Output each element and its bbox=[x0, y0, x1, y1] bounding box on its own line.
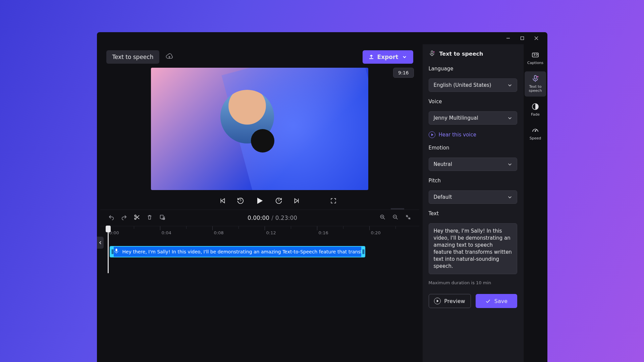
emotion-value: Neutral bbox=[434, 161, 452, 167]
export-button[interactable]: Export bbox=[363, 50, 413, 64]
save-button[interactable]: Save bbox=[476, 294, 517, 308]
rail-captions[interactable]: Captions bbox=[525, 48, 546, 69]
voice-value: Jenny Multilingual bbox=[434, 115, 478, 121]
rail-speed[interactable]: Speed bbox=[525, 123, 546, 144]
export-button-label: Export bbox=[377, 54, 398, 60]
redo-button[interactable] bbox=[121, 214, 127, 222]
pitch-value: Default bbox=[434, 194, 452, 200]
clip-handle-left[interactable] bbox=[110, 247, 114, 257]
voice-label: Voice bbox=[429, 99, 517, 105]
svg-point-1 bbox=[135, 215, 136, 217]
delete-button[interactable] bbox=[147, 214, 153, 222]
editor-toolbar: Text to speech Export bbox=[100, 44, 419, 68]
project-title-chip[interactable]: Text to speech bbox=[106, 50, 160, 64]
time-display: 0.00:00/0.23:00 bbox=[172, 215, 373, 221]
ruler-tick: 0:12 bbox=[265, 226, 276, 230]
ruler-tick: 0:16 bbox=[317, 226, 328, 230]
cloud-sync-icon[interactable] bbox=[165, 52, 173, 62]
play-circle-icon bbox=[429, 131, 435, 138]
hear-voice-button[interactable]: Hear this voice bbox=[429, 131, 517, 138]
fit-timeline-button[interactable] bbox=[405, 214, 411, 222]
language-label: Language bbox=[429, 66, 517, 72]
zoom-in-button[interactable] bbox=[380, 214, 386, 222]
undo-button[interactable] bbox=[108, 214, 114, 222]
chevron-down-icon bbox=[507, 116, 512, 120]
aspect-ratio-badge[interactable]: 9:16 bbox=[393, 68, 414, 78]
language-value: English (United States) bbox=[434, 82, 491, 88]
ruler-minor-tick bbox=[238, 226, 239, 229]
ruler-tick: 0:20 bbox=[369, 226, 381, 230]
rail-text-to-speech[interactable]: Text to speech bbox=[525, 71, 546, 97]
app-window: Text to speech Export 9:16 bbox=[97, 32, 547, 362]
text-input[interactable]: Hey there, I'm Sally! In this video, I'l… bbox=[429, 223, 517, 274]
svg-rect-8 bbox=[431, 51, 433, 54]
svg-rect-10 bbox=[534, 75, 536, 79]
chevron-down-icon bbox=[507, 83, 512, 87]
tts-clip[interactable]: Hey there, I'm Sally! In this video, I'l… bbox=[110, 246, 365, 257]
properties-panel: Text to speech Language English (United … bbox=[423, 44, 523, 362]
rail-fade-label: Fade bbox=[531, 113, 540, 117]
rail-tts-label: Text to speech bbox=[525, 85, 545, 93]
window-maximize-button[interactable] bbox=[519, 35, 525, 41]
split-button[interactable] bbox=[134, 214, 140, 222]
microphone-icon bbox=[429, 50, 435, 57]
voice-select[interactable]: Jenny Multilingual bbox=[429, 111, 517, 125]
expand-left-panel-button[interactable] bbox=[97, 237, 104, 249]
svg-point-12 bbox=[535, 130, 536, 131]
chevron-down-icon bbox=[507, 162, 512, 167]
window-close-button[interactable] bbox=[533, 35, 539, 41]
time-ruler[interactable]: 0:00 0:04 0:08 0:12 0:16 0:20 bbox=[100, 226, 419, 236]
ruler-minor-tick bbox=[186, 226, 186, 229]
editor-area: Text to speech Export 9:16 bbox=[97, 44, 423, 362]
rail-speed-label: Speed bbox=[530, 136, 541, 141]
preview-wrap: 9:16 bbox=[100, 68, 419, 190]
clip-text: Hey there, I'm Sally! In this video, I'l… bbox=[122, 249, 361, 254]
skip-end-button[interactable] bbox=[293, 197, 301, 206]
timeline: 0.00:00/0.23:00 0:00 0:04 0:08 0:12 0:16 bbox=[100, 209, 419, 273]
svg-rect-3 bbox=[160, 215, 163, 219]
main-row: Text to speech Export 9:16 bbox=[97, 44, 547, 362]
microphone-icon bbox=[114, 248, 119, 255]
preview-button[interactable]: Preview bbox=[429, 294, 471, 308]
emotion-label: Emotion bbox=[429, 145, 517, 151]
pitch-select[interactable]: Default bbox=[429, 190, 517, 204]
tool-rail: Captions Text to speech Fade Speed bbox=[523, 44, 547, 362]
play-button[interactable] bbox=[255, 196, 264, 207]
window-titlebar bbox=[97, 32, 547, 44]
ruler-tick: 0:04 bbox=[160, 226, 171, 230]
fullscreen-button[interactable] bbox=[330, 197, 337, 205]
window-minimize-button[interactable] bbox=[505, 35, 511, 41]
toolbar-left-group: Text to speech bbox=[106, 50, 174, 64]
save-button-label: Save bbox=[494, 298, 507, 304]
svg-rect-7 bbox=[116, 249, 117, 251]
emotion-select[interactable]: Neutral bbox=[429, 158, 517, 171]
jump-back-button[interactable]: 5 bbox=[237, 197, 244, 206]
ruler-minor-tick bbox=[395, 226, 396, 229]
duplicate-button[interactable] bbox=[159, 214, 165, 222]
panel-buttons: Preview Save bbox=[429, 294, 517, 308]
ruler-minor-tick bbox=[291, 226, 291, 229]
jump-fwd-seconds: 5 bbox=[275, 198, 282, 202]
chevron-down-icon bbox=[507, 195, 512, 199]
ruler-minor-tick bbox=[134, 226, 134, 229]
play-circle-icon bbox=[434, 298, 441, 304]
panel-header: Text to speech bbox=[429, 50, 517, 57]
zoom-out-button[interactable] bbox=[392, 214, 398, 222]
language-select[interactable]: English (United States) bbox=[429, 78, 517, 92]
timeline-track[interactable]: Hey there, I'm Sally! In this video, I'l… bbox=[106, 246, 413, 263]
panel-title: Text to speech bbox=[439, 51, 483, 57]
timeline-toolbar: 0.00:00/0.23:00 bbox=[100, 210, 419, 226]
svg-rect-0 bbox=[521, 37, 524, 40]
check-icon bbox=[485, 298, 491, 304]
rail-fade[interactable]: Fade bbox=[525, 99, 546, 120]
hear-voice-label: Hear this voice bbox=[439, 132, 476, 138]
video-preview[interactable] bbox=[151, 68, 368, 190]
skip-start-button[interactable] bbox=[219, 197, 226, 206]
text-hint: Maximum duration is 10 min bbox=[429, 280, 517, 285]
jump-back-seconds: 5 bbox=[237, 198, 244, 202]
clip-handle-right[interactable] bbox=[361, 247, 365, 257]
jump-forward-button[interactable]: 5 bbox=[275, 197, 282, 206]
svg-point-2 bbox=[135, 218, 136, 220]
total-time: 0.23:00 bbox=[275, 215, 297, 221]
text-label: Text bbox=[429, 210, 517, 217]
